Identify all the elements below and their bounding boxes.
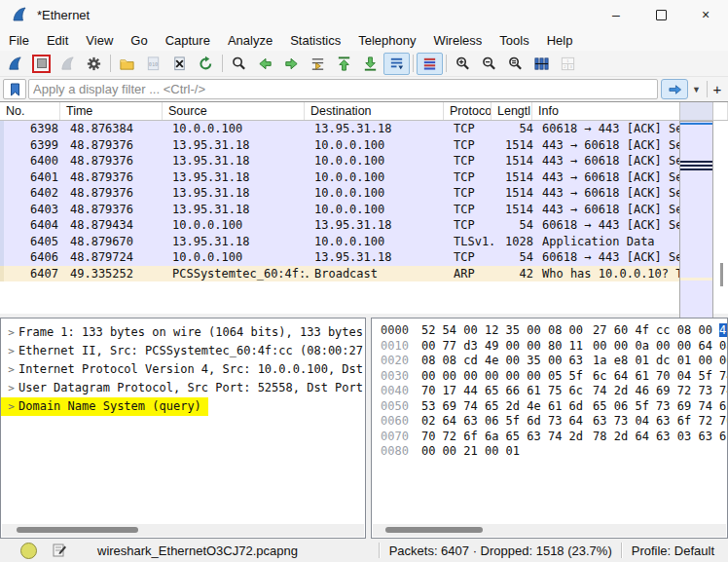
expand-arrow-icon[interactable]: > <box>4 323 18 342</box>
packet-row[interactable]: 640048.87937613.95.31.1810.0.0.100TCP151… <box>0 153 683 169</box>
expert-info-icon[interactable] <box>20 543 37 559</box>
col-header-source[interactable]: Source <box>163 102 305 120</box>
capture-comment-icon[interactable] <box>52 543 67 558</box>
col-header-destination[interactable]: Destination <box>305 102 444 120</box>
close-button[interactable]: × <box>683 0 728 29</box>
menu-view[interactable]: View <box>77 31 122 50</box>
expand-arrow-icon[interactable]: > <box>4 379 18 397</box>
filter-bookmark-button[interactable] <box>3 79 26 99</box>
packet-row[interactable]: 640148.87937613.95.31.1810.0.0.100TCP151… <box>0 169 683 186</box>
packet-info: 443 → 60618 [ACK] Se <box>536 137 683 154</box>
packet-length: 1514 <box>495 202 536 218</box>
auto-scroll-button[interactable] <box>383 53 410 75</box>
packet-info: 443 → 60618 [ACK] Se <box>536 185 683 202</box>
col-header-no[interactable]: No. <box>0 102 60 120</box>
expand-arrow-icon[interactable]: > <box>4 360 18 379</box>
layout-columns-button[interactable]: 123 <box>555 53 581 75</box>
stop-capture-button[interactable] <box>28 53 55 75</box>
go-to-bottom-button[interactable] <box>357 53 383 75</box>
hex-row[interactable]: 000052 54 00 12 35 00 08 0027 60 4f cc 0… <box>372 323 727 339</box>
go-to-packet-button[interactable] <box>305 53 331 75</box>
detail-row-udp[interactable]: >User Datagram Protocol, Src Port: 52558… <box>1 379 366 397</box>
menu-analyze[interactable]: Analyze <box>219 31 281 50</box>
display-filter-input[interactable] <box>28 79 658 99</box>
add-filter-button[interactable]: + <box>710 80 725 98</box>
filter-dropdown-caret[interactable]: ▼ <box>688 85 705 94</box>
col-header-protocol[interactable]: Protocol <box>444 102 491 120</box>
capture-options-button[interactable] <box>81 53 107 75</box>
colorize-button[interactable] <box>417 53 443 75</box>
menu-tools[interactable]: Tools <box>491 31 537 50</box>
go-to-top-button[interactable] <box>331 53 357 75</box>
start-capture-button[interactable] <box>2 53 28 75</box>
restart-icon <box>59 56 76 72</box>
details-hscrollbar-thumb[interactable] <box>17 527 138 533</box>
menu-help[interactable]: Help <box>538 31 582 50</box>
restart-capture-button[interactable] <box>55 53 81 75</box>
packet-row[interactable]: 640448.87943410.0.0.10013.95.31.18TCP546… <box>0 217 683 234</box>
menu-edit[interactable]: Edit <box>38 31 77 50</box>
detail-row-dns-selected[interactable]: >Domain Name System (query) <box>1 397 208 416</box>
hex-row[interactable]: 001000 77 d3 49 00 00 80 1100 00 0a 00 0… <box>372 339 727 355</box>
hex-row[interactable]: 007070 72 6f 6a 65 63 74 2d78 2d 64 63 0… <box>372 430 727 445</box>
go-forward-button[interactable] <box>278 53 305 75</box>
packet-info: 60618 → 443 [ACK] Se <box>536 249 683 266</box>
display-filter-bar: ▼ + <box>0 77 728 102</box>
menu-go[interactable]: Go <box>122 31 156 50</box>
go-back-button[interactable] <box>252 53 278 75</box>
menu-file[interactable]: File <box>0 31 38 50</box>
expand-arrow-icon[interactable]: > <box>4 342 18 360</box>
hex-row[interactable]: 002008 08 cd 4e 00 35 00 631a e8 01 dc 0… <box>372 354 727 369</box>
packet-row[interactable]: 640648.87972410.0.0.10013.95.31.18TCP546… <box>0 249 683 266</box>
packet-info: Who has 10.0.0.10? T <box>536 266 683 282</box>
packet-length: 42 <box>495 266 536 282</box>
packet-row[interactable]: 639948.87937613.95.31.1810.0.0.100TCP151… <box>0 137 683 154</box>
bytes-hscrollbar-thumb[interactable] <box>385 527 483 533</box>
menu-statistics[interactable]: Statistics <box>281 31 349 50</box>
arrow-top-icon <box>336 56 352 72</box>
reload-file-button[interactable] <box>193 53 219 75</box>
menu-wireless[interactable]: Wireless <box>424 31 491 50</box>
packet-time: 48.879376 <box>64 153 166 169</box>
packet-row[interactable]: 640248.87937613.95.31.1810.0.0.100TCP151… <box>0 185 683 202</box>
expand-arrow-icon[interactable]: > <box>4 397 18 416</box>
hex-row[interactable]: 008000 00 21 00 01 <box>372 444 727 460</box>
profile-label[interactable]: Profile: Default <box>632 543 714 558</box>
minimize-button[interactable]: – <box>594 0 638 29</box>
colorize-icon <box>421 56 438 72</box>
folder-icon <box>119 56 135 72</box>
col-header-time[interactable]: Time <box>60 102 163 120</box>
packet-row[interactable]: 640548.87967013.95.31.1810.0.0.100TLSv1.… <box>0 234 683 250</box>
hex-row[interactable]: 004070 17 44 65 66 61 75 6c74 2d 46 69 7… <box>372 384 727 399</box>
packet-row[interactable]: 640348.87937613.95.31.1810.0.0.100TCP151… <box>0 202 683 218</box>
open-file-button[interactable] <box>114 53 140 75</box>
detail-row-frame[interactable]: >Frame 1: 133 bytes on wire (1064 bits),… <box>1 323 366 342</box>
hex-row[interactable]: 005053 69 74 65 2d 4e 61 6d65 06 5f 73 6… <box>372 399 727 415</box>
zoom-in-button[interactable] <box>450 53 476 75</box>
detail-row-ethernet[interactable]: >Ethernet II, Src: PCSSystemtec_60:4f:cc… <box>1 342 366 360</box>
close-file-button[interactable] <box>166 53 193 75</box>
resize-columns-button[interactable] <box>528 53 555 75</box>
detail-row-ip[interactable]: >Internet Protocol Version 4, Src: 10.0.… <box>1 360 366 379</box>
zoom-original-button[interactable] <box>502 53 528 75</box>
hex-bytes: 1a e8 01 dc 01 00 00 <box>593 354 728 367</box>
find-packet-button[interactable] <box>226 53 252 75</box>
menu-capture[interactable]: Capture <box>157 31 219 50</box>
col-header-length[interactable]: Lengtl <box>491 102 532 120</box>
packet-row[interactable]: 640749.335252PCSSystemtec_60:4f:…Broadca… <box>0 266 683 282</box>
save-file-button[interactable]: 010 <box>140 53 166 75</box>
hex-bytes: 65 06 5f 73 69 74 65 <box>593 399 728 413</box>
zoom-out-button[interactable] <box>476 53 502 75</box>
packet-row[interactable]: 639848.87638410.0.0.10013.95.31.18TCP546… <box>0 121 683 137</box>
hex-row[interactable]: 006002 64 63 06 5f 6d 73 6463 73 04 63 6… <box>372 414 727 430</box>
wireshark-fin-icon <box>11 6 28 23</box>
details-hscrollbar[interactable] <box>2 524 364 537</box>
hex-row[interactable]: 003000 00 00 00 00 00 05 5f6c 64 61 70 0… <box>372 369 727 385</box>
packet-protocol: TCP <box>448 202 495 218</box>
packet-list-scrollbar-thumb[interactable] <box>720 263 723 286</box>
menu-telephony[interactable]: Telephony <box>349 31 424 50</box>
bytes-hscrollbar[interactable] <box>373 524 726 537</box>
packet-time: 48.879434 <box>64 217 166 234</box>
maximize-button[interactable] <box>638 0 683 29</box>
apply-filter-button[interactable] <box>661 79 688 99</box>
